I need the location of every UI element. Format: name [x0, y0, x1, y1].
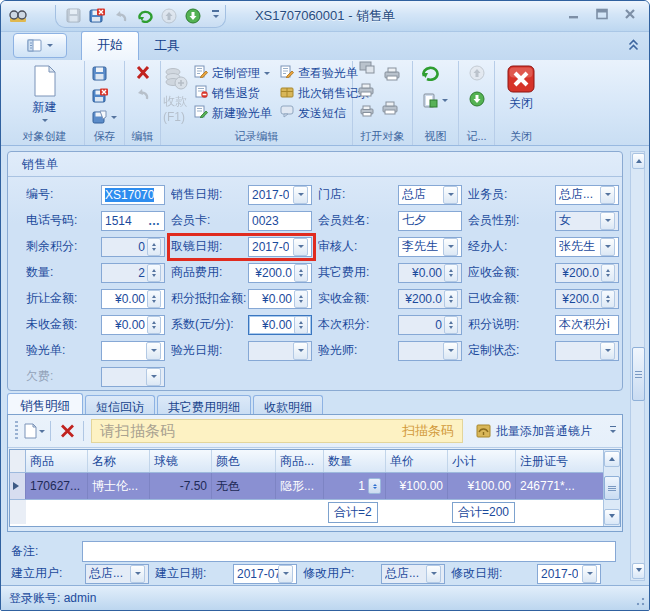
col-subtotal-header[interactable]: 小计 [448, 450, 516, 472]
application-menu-button[interactable] [13, 33, 67, 58]
dropdown-arrow-icon[interactable] [600, 342, 615, 360]
dropdown-arrow-icon[interactable] [278, 565, 293, 583]
printer-icon[interactable] [381, 101, 399, 118]
collapse-ribbon-icon[interactable] [628, 39, 639, 54]
col-unit-price-header[interactable]: 单价 [386, 450, 448, 472]
other-fee-input[interactable]: ¥0.00 [398, 263, 462, 283]
optometry-date-select[interactable] [248, 341, 312, 361]
dropdown-arrow-icon[interactable] [146, 342, 161, 360]
points-deduction-input[interactable]: ¥0.00 [248, 289, 312, 309]
move-down-icon[interactable] [182, 6, 204, 26]
save-new-icon[interactable] [89, 107, 120, 127]
barcode-scan-input[interactable]: 请扫描条码 扫描条码 [91, 419, 463, 443]
spinner-buttons[interactable] [294, 316, 308, 334]
col-product-type-header[interactable]: 商品... [276, 450, 324, 472]
resize-grip[interactable] [634, 595, 646, 607]
dropdown-arrow-icon[interactable] [582, 565, 597, 583]
delete-x-icon[interactable] [135, 65, 151, 83]
remaining-points-input[interactable]: 0 [101, 237, 165, 257]
sale-date-select[interactable]: 2017-0 [248, 185, 312, 205]
close-form-button[interactable]: 关闭 [507, 63, 535, 131]
printer-icon[interactable] [383, 67, 401, 84]
dropdown-arrow-icon[interactable] [293, 342, 308, 360]
minimize-button[interactable] [567, 7, 581, 21]
dropdown-arrow-icon[interactable] [293, 238, 308, 256]
sales-return-button[interactable]: 销售退货 [191, 83, 275, 103]
spinner-buttons[interactable] [601, 264, 615, 282]
col-product-header[interactable]: 商品 [26, 450, 88, 472]
current-points-input[interactable]: 0 [398, 315, 462, 335]
optometrist-select[interactable] [398, 341, 462, 361]
member-gender-select[interactable]: 女 [555, 211, 619, 231]
col-product-type-cell[interactable]: 隐形... [276, 473, 324, 499]
printer-icon[interactable] [357, 83, 375, 100]
new-optometry-button[interactable]: 新建验光单 [191, 103, 275, 123]
salesperson-select[interactable]: 总店... [555, 185, 619, 205]
client-scrollbar[interactable] [630, 151, 645, 581]
product-fee-input[interactable]: ¥200.0 [248, 263, 312, 283]
dropdown-arrow-icon[interactable] [293, 186, 308, 204]
quantity-spinner-icon[interactable] [368, 478, 381, 494]
coefficient-input[interactable]: ¥0.00 [248, 315, 312, 335]
col-product-cell[interactable]: 170627... [26, 473, 88, 499]
reviewer-select[interactable]: 李先生 [398, 237, 462, 257]
tab-start[interactable]: 开始 [81, 31, 139, 60]
ellipsis-button[interactable]: … [147, 213, 161, 228]
row-indicator-cell[interactable] [10, 473, 26, 499]
qat-customize-icon[interactable] [212, 10, 219, 21]
dropdown-arrow-icon[interactable] [443, 238, 458, 256]
spinner-buttons[interactable] [444, 264, 458, 282]
layout-view-icon[interactable] [420, 90, 451, 110]
optometry-form-select[interactable] [101, 341, 165, 361]
modified-date-select[interactable]: 2017-0 [537, 564, 601, 584]
created-date-select[interactable]: 2017-07 [233, 564, 297, 584]
phone-number-input[interactable]: 1514… [101, 211, 165, 231]
pickup-date-select[interactable]: 2017-0 [248, 237, 312, 257]
spinner-buttons[interactable] [147, 238, 161, 256]
remark-input[interactable] [82, 541, 616, 562]
arrears-select[interactable] [101, 367, 165, 387]
spinner-buttons[interactable] [147, 264, 161, 282]
dropdown-arrow-icon[interactable] [443, 186, 458, 204]
unreceived-input[interactable]: ¥0.00 [101, 315, 165, 335]
spinner-buttons[interactable] [147, 290, 161, 308]
scroll-down-icon[interactable] [632, 563, 645, 579]
col-sphere-header[interactable]: 球镜 [150, 450, 212, 472]
table-row-selected[interactable]: 170627...博士伦...-7.50无色隐形...1¥100.00¥100.… [10, 473, 603, 500]
member-card-input[interactable]: 0023 [248, 211, 312, 231]
close-button[interactable] [623, 7, 637, 21]
refresh-icon[interactable] [420, 63, 451, 84]
received-input[interactable]: ¥200.0 [555, 289, 619, 309]
row-indicator-header[interactable] [10, 450, 26, 472]
save-record-icon[interactable] [89, 63, 120, 83]
custom-manage-button[interactable]: 定制管理 [191, 63, 275, 83]
spinner-buttons[interactable] [444, 290, 458, 308]
tab-tools[interactable]: 工具 [139, 33, 195, 60]
table-scrollbar[interactable] [603, 450, 620, 526]
dropdown-arrow-icon[interactable] [600, 186, 615, 204]
receivable-input[interactable]: ¥200.0 [555, 263, 619, 283]
created-by-select[interactable]: 总店... [85, 564, 149, 584]
save-close-icon[interactable] [89, 85, 120, 105]
new-button[interactable]: 新建 [32, 63, 58, 131]
spinner-buttons[interactable] [294, 290, 308, 308]
points-note-input[interactable]: 本次积分i [555, 315, 619, 335]
toolbar-grip-handle[interactable] [15, 421, 18, 441]
scan-barcode-button[interactable]: 扫描条码 [402, 422, 454, 440]
previous-record-icon[interactable] [469, 65, 485, 84]
col-sphere-cell[interactable]: -7.50 [150, 473, 212, 499]
col-name-cell[interactable]: 博士伦... [88, 473, 150, 499]
next-record-icon[interactable] [469, 91, 485, 110]
discount-input[interactable]: ¥0.00 [101, 289, 165, 309]
dropdown-arrow-icon[interactable] [443, 342, 458, 360]
col-color-cell[interactable]: 无色 [212, 473, 276, 499]
spinner-buttons[interactable] [601, 290, 615, 308]
batch-add-lenses-button[interactable]: 批量添加普通镜片 [469, 418, 599, 444]
move-up-icon[interactable] [158, 6, 180, 26]
col-subtotal-cell[interactable]: ¥100.00 [448, 473, 516, 499]
save-icon[interactable] [62, 6, 84, 26]
print-preview-icon[interactable] [359, 61, 375, 77]
save-and-close-icon[interactable] [86, 6, 108, 26]
spinner-buttons[interactable] [294, 264, 308, 282]
order-number-input[interactable]: XS17070 [101, 185, 165, 205]
